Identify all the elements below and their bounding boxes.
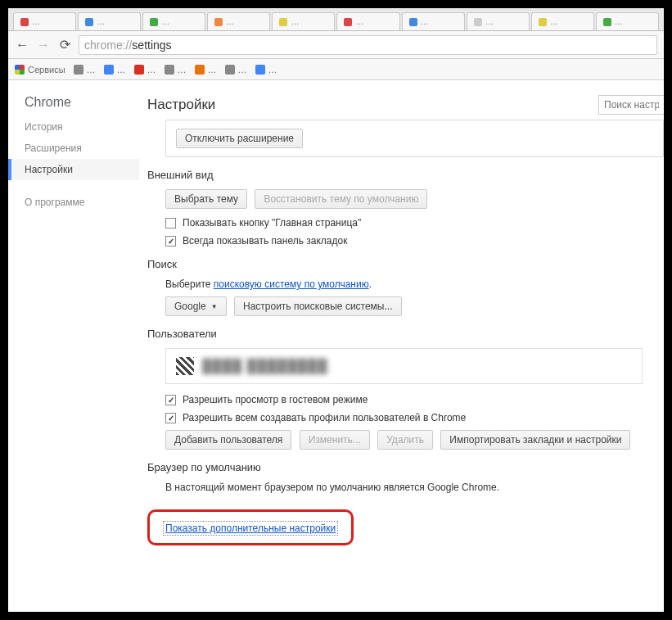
users-title: Пользователи <box>147 328 643 340</box>
settings-main: Настройки Отключить расширение Внешний в… <box>139 80 664 612</box>
appearance-title: Внешний вид <box>147 169 643 181</box>
bookmark-item[interactable]: … <box>195 65 217 75</box>
tab-strip: … … … … … … … … … … <box>8 8 664 31</box>
search-desc-prefix: Выберите <box>165 278 214 290</box>
browser-tab[interactable]: … <box>467 12 530 30</box>
content-area: Chrome История Расширения Настройки О пр… <box>8 80 664 612</box>
sidebar-item-extensions[interactable]: Расширения <box>8 138 139 159</box>
allow-guest-row[interactable]: Разрешить просмотр в гостевом режиме <box>165 394 643 405</box>
allow-create-row[interactable]: Разрешить всем создавать профили пользов… <box>165 412 643 423</box>
main-header: Настройки <box>147 95 664 115</box>
browser-tab[interactable]: … <box>272 12 335 30</box>
search-section: Поиск Выберите поисковую систему по умол… <box>147 258 664 316</box>
browser-tab[interactable]: … <box>531 12 594 30</box>
page-title: Настройки <box>147 97 215 113</box>
settings-search-input[interactable] <box>598 95 664 115</box>
allow-guest-checkbox[interactable] <box>165 395 176 405</box>
apps-icon <box>15 65 25 75</box>
apps-bookmark[interactable]: Сервисы <box>15 65 65 75</box>
advanced-link-wrap: Показать дополнительные настройки <box>147 509 664 545</box>
extension-box: Отключить расширение <box>165 120 664 157</box>
user-avatar <box>176 357 194 375</box>
browser-tab[interactable]: … <box>596 12 659 30</box>
show-home-row[interactable]: Показывать кнопку "Главная страница" <box>165 217 643 229</box>
sidebar-item-about[interactable]: О программе <box>8 192 139 213</box>
users-section: Пользователи ████ ████████ Разрешить про… <box>147 328 664 450</box>
allow-create-checkbox[interactable] <box>165 413 176 423</box>
sidebar: Chrome История Расширения Настройки О пр… <box>8 80 139 612</box>
allow-guest-label: Разрешить просмотр в гостевом режиме <box>183 394 368 405</box>
bookmark-item[interactable]: … <box>225 65 247 75</box>
default-search-link[interactable]: поисковую систему по умолчанию <box>214 278 369 290</box>
allow-create-label: Разрешить всем создавать профили пользов… <box>183 412 466 423</box>
default-browser-section: Браузер по умолчанию В настоящий момент … <box>147 461 664 493</box>
url-path: settings <box>132 38 171 52</box>
back-button[interactable]: ← <box>15 38 29 52</box>
browser-tab[interactable]: … <box>78 12 141 30</box>
show-bookmarks-row[interactable]: Всегда показывать панель закладок <box>165 235 643 247</box>
manage-search-engines-button[interactable]: Настроить поисковые системы... <box>234 296 402 316</box>
search-title: Поиск <box>147 258 643 270</box>
url-protocol: chrome:// <box>84 38 132 52</box>
url-bar: ← → ⟳ chrome://settings <box>8 31 664 59</box>
delete-user-button[interactable]: Удалить <box>377 430 433 450</box>
bookmarks-bar: Сервисы … … … … … … … <box>8 59 664 80</box>
edit-user-button[interactable]: Изменить... <box>300 430 370 450</box>
bookmark-item[interactable]: … <box>165 65 187 75</box>
default-browser-title: Браузер по умолчанию <box>147 461 643 473</box>
bookmark-item[interactable]: … <box>255 65 277 75</box>
search-engine-label: Google <box>174 301 206 312</box>
forward-button[interactable]: → <box>36 38 51 52</box>
url-field[interactable]: chrome://settings <box>79 35 657 55</box>
search-desc-suffix: . <box>369 278 372 290</box>
browser-tab[interactable]: … <box>142 12 205 30</box>
browser-tab[interactable]: … <box>402 12 465 30</box>
search-engine-select[interactable]: Google ▼ <box>165 296 227 316</box>
appearance-section: Внешний вид Выбрать тему Восстановить те… <box>147 169 664 247</box>
caret-down-icon: ▼ <box>211 303 218 310</box>
choose-theme-button[interactable]: Выбрать тему <box>165 189 247 209</box>
disable-extension-button[interactable]: Отключить расширение <box>176 129 303 148</box>
show-bookmarks-checkbox[interactable] <box>165 236 176 247</box>
browser-window: … … … … … … … … … … ← → ⟳ chrome://setti… <box>0 0 672 620</box>
browser-tab[interactable]: … <box>13 12 76 30</box>
show-home-label: Показывать кнопку "Главная страница" <box>183 217 361 229</box>
current-user-name: ████ ████████ <box>202 359 327 373</box>
bookmark-item[interactable]: … <box>74 65 96 75</box>
browser-tab[interactable]: … <box>207 12 270 30</box>
default-browser-text: В настоящий момент браузером по умолчани… <box>165 482 643 493</box>
import-bookmarks-button[interactable]: Импортировать закладки и настройки <box>440 430 630 450</box>
sidebar-brand: Chrome <box>8 95 139 116</box>
apps-label: Сервисы <box>28 65 65 75</box>
current-user-box[interactable]: ████ ████████ <box>165 348 643 384</box>
show-home-checkbox[interactable] <box>165 218 176 229</box>
reset-theme-button[interactable]: Восстановить тему по умолчанию <box>255 189 427 209</box>
highlight-annotation: Показать дополнительные настройки <box>147 509 354 545</box>
browser-tab[interactable]: … <box>336 12 399 30</box>
sidebar-item-settings[interactable]: Настройки <box>8 159 139 180</box>
show-bookmarks-label: Всегда показывать панель закладок <box>183 235 347 247</box>
reload-button[interactable]: ⟳ <box>57 38 72 52</box>
bookmark-item[interactable]: … <box>104 65 126 75</box>
sidebar-item-history[interactable]: История <box>8 116 139 138</box>
bookmark-item[interactable]: … <box>134 65 156 75</box>
add-user-button[interactable]: Добавить пользователя <box>165 430 291 450</box>
show-advanced-link[interactable]: Показать дополнительные настройки <box>163 521 338 536</box>
